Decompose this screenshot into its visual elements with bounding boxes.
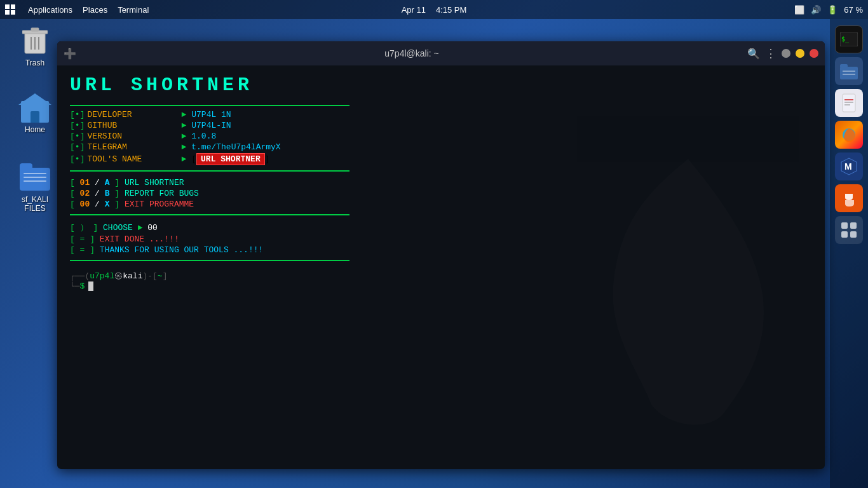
- svg-text:$_: $_: [841, 36, 850, 43]
- home-label: Home: [25, 125, 45, 134]
- output-exit-row: [ = ] EXIT DONE ...!!!: [70, 234, 812, 244]
- cursor: [88, 281, 93, 291]
- taskbar-places[interactable]: Places: [83, 5, 107, 15]
- taskbar-center: Apr 11 4:15 PM: [402, 5, 467, 15]
- files-icon: [20, 162, 50, 193]
- grid-icon[interactable]: [5, 4, 15, 15]
- files-label: sf_KALIFILES: [22, 195, 48, 213]
- taskbar-terminal-label[interactable]: Terminal: [118, 5, 149, 15]
- output-choose-row: [ ） ] CHOOSE ► 00: [70, 222, 812, 233]
- info-row-github: [ • ] GITHUB ► U7P4L-IN: [70, 121, 812, 130]
- menu-icon[interactable]: ⋮: [765, 46, 776, 60]
- dock-files-icon[interactable]: [835, 57, 863, 85]
- svg-rect-19: [841, 222, 848, 229]
- info-row-toolname: [ • ] TOOL'S NAME ► [ URL SHORTNER ]: [70, 153, 812, 165]
- dock-firefox-icon[interactable]: [835, 121, 863, 149]
- dock-malwarebytes-icon[interactable]: M: [835, 152, 863, 180]
- home-desktop-icon[interactable]: Home: [10, 92, 60, 134]
- separator-line-bottom: [70, 214, 349, 215]
- files-desktop-icon[interactable]: sf_KALIFILES: [10, 162, 60, 213]
- svg-rect-20: [850, 222, 857, 229]
- taskbar: Applications Places Terminal Apr 11 4:15…: [0, 0, 868, 19]
- right-dock: $_ M: [830, 19, 868, 488]
- dock-document-icon[interactable]: [835, 89, 863, 117]
- menu-item-00: [ 00 / X ] EXIT PROGRAMME: [70, 200, 812, 209]
- monitor-icon: ⬜: [794, 5, 804, 15]
- prompt-path: ~: [158, 271, 163, 281]
- tool-name-badge: URL SHORTNER: [196, 153, 265, 165]
- prompt-input-line[interactable]: └─ $: [70, 281, 812, 291]
- volume-icon: 🔊: [811, 5, 821, 15]
- info-row-version: [ • ] VERSION ► 1.0.8: [70, 132, 812, 141]
- maximize-button[interactable]: [796, 49, 804, 58]
- output-section: [ ） ] CHOOSE ► 00 [ = ] EXIT DONE ...!!!…: [70, 222, 812, 255]
- separator-line-final: [70, 260, 349, 261]
- trash-label: Trash: [25, 58, 44, 67]
- taskbar-time: 4:15 PM: [436, 5, 466, 15]
- url-shortner-title: URL SHORTNER: [70, 74, 812, 96]
- home-icon: [20, 92, 50, 123]
- terminal-title: u7p4l@kali: ~: [76, 48, 747, 58]
- menu-section: [ 01 / A ] URL SHORTNER [ 02 / B ] REPOR…: [70, 178, 812, 209]
- dock-apps-grid-icon[interactable]: [835, 216, 863, 244]
- minimize-button[interactable]: [782, 49, 790, 58]
- window-controls: [782, 49, 818, 58]
- svg-rect-22: [850, 231, 857, 238]
- menu-item-02: [ 02 / B ] REPORT FOR BUGS: [70, 189, 812, 198]
- taskbar-right: ⬜ 🔊 🔋 67 %: [794, 5, 863, 15]
- taskbar-applications[interactable]: Applications: [28, 5, 72, 15]
- trash-desktop-icon[interactable]: Trash: [10, 25, 60, 67]
- terminal-titlebar: ➕ u7p4l@kali: ~ 🔍 ⋮: [57, 41, 825, 65]
- svg-rect-12: [843, 94, 855, 112]
- taskbar-date: Apr 11: [402, 5, 426, 15]
- terminal-body[interactable]: URL SHORTNER [ • ] DEVELOPER ► U7P4L 1N …: [57, 65, 825, 469]
- terminal-window: ➕ u7p4l@kali: ~ 🔍 ⋮ URL SHORTNER [ • ] D…: [57, 41, 825, 469]
- svg-rect-21: [841, 231, 848, 238]
- info-table: [ • ] DEVELOPER ► U7P4L 1N [ • ] GITHUB …: [70, 110, 812, 165]
- dock-burp-icon[interactable]: [835, 184, 863, 212]
- separator-line-middle: [70, 170, 349, 172]
- svg-text:M: M: [844, 161, 852, 172]
- prompt-user: u7p4l: [90, 271, 114, 281]
- prompt-host: kali: [123, 271, 142, 281]
- svg-rect-8: [840, 67, 858, 79]
- add-tab-icon[interactable]: ➕: [64, 48, 76, 60]
- dock-terminal-icon[interactable]: $_: [835, 25, 863, 53]
- svg-rect-2: [31, 28, 39, 31]
- separator-line-top: [70, 105, 349, 106]
- svg-rect-9: [840, 64, 848, 68]
- search-icon[interactable]: 🔍: [747, 48, 760, 60]
- output-thanks-row: [ = ] THANKS FOR USING OUR TOOLS ...!!!: [70, 245, 812, 255]
- terminal-prompt[interactable]: ┌──( u7p4l ㉿ kali )-[ ~ ]: [70, 270, 812, 281]
- battery-icon: 🔋: [827, 5, 837, 15]
- trash-icon: [20, 25, 50, 56]
- menu-item-01: [ 01 / A ] URL SHORTNER: [70, 178, 812, 187]
- battery-level: 67 %: [844, 5, 863, 15]
- close-button[interactable]: [810, 49, 818, 58]
- taskbar-left: Applications Places Terminal: [5, 4, 149, 15]
- info-row-telegram: [ • ] TELEGRAM ► t.me/TheU7p4lArmyX: [70, 142, 812, 152]
- info-row-developer: [ • ] DEVELOPER ► U7P4L 1N: [70, 110, 812, 119]
